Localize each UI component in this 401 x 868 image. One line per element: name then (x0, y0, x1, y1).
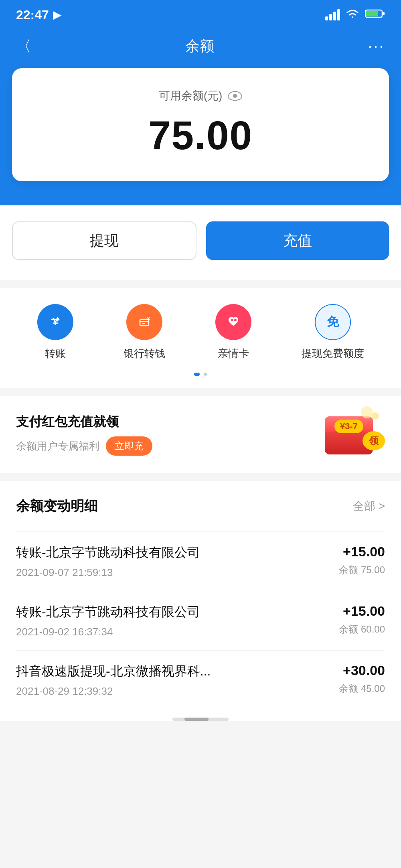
status-icons (325, 8, 385, 22)
transaction-item: 抖音极速版提现-北京微播视界科... 2021-08-29 12:39:32 +… (16, 650, 385, 710)
balance-card: 可用余额(元) 75.00 (12, 68, 389, 181)
transaction-amount: +15.00 (339, 544, 385, 560)
transaction-section: 余额变动明细 全部 > 转账-北京字节跳动科技有限公司 2021-09-07 2… (0, 481, 401, 721)
svg-rect-1 (383, 12, 385, 15)
battery-icon (365, 8, 385, 22)
location-icon: ▶ (53, 9, 61, 21)
free-quota-label: 提现免费额度 (302, 347, 364, 361)
balance-label-text: 可用余额(元) (159, 88, 223, 103)
transaction-amounts: +15.00 余额 75.00 (339, 544, 385, 576)
recharge-button[interactable]: 充值 (206, 221, 389, 260)
banner-image: ¥3-7 领 (325, 410, 385, 458)
envelope-amount-label: ¥3-7 (334, 420, 363, 433)
transaction-info: 转账-北京字节跳动科技有限公司 2021-09-02 16:37:34 (16, 603, 339, 638)
view-all-button[interactable]: 全部 > (353, 499, 385, 514)
balance-label: 可用余额(元) (28, 88, 373, 103)
eye-icon[interactable] (228, 91, 242, 101)
dot-1 (194, 373, 200, 376)
transaction-info: 转账-北京字节跳动科技有限公司 2021-09-07 21:59:13 (16, 544, 339, 579)
svg-rect-2 (366, 11, 378, 16)
balance-section: 可用余额(元) 75.00 (0, 68, 401, 205)
transaction-balance: 余额 75.00 (339, 564, 385, 576)
banner-content: 支付红包充值就领 余额用户专属福利 立即充 (16, 413, 317, 456)
quick-action-family-card[interactable]: 亲情卡 (215, 304, 251, 361)
banner-subtitle-text: 余额用户专属福利 (16, 439, 99, 453)
banner-title: 支付红包充值就领 (16, 413, 317, 431)
transaction-name: 转账-北京字节跳动科技有限公司 (16, 603, 339, 621)
time-display: 22:47 (16, 8, 49, 22)
transaction-amounts: +15.00 余额 60.00 (339, 603, 385, 636)
transaction-balance: 余额 45.00 (339, 682, 385, 695)
charge-now-button[interactable]: 立即充 (106, 436, 152, 456)
svg-point-9 (234, 319, 237, 321)
svg-point-5 (136, 313, 153, 331)
signal-icon (325, 9, 340, 20)
transfer-label: 转账 (45, 347, 66, 361)
svg-text:免: 免 (326, 315, 339, 328)
balance-amount: 75.00 (28, 113, 373, 157)
red-packet-banner[interactable]: 支付红包充值就领 余额用户专属福利 立即充 ¥3-7 领 (0, 396, 401, 473)
transaction-balance: 余额 60.00 (339, 623, 385, 636)
transaction-time: 2021-08-29 12:39:32 (16, 685, 339, 698)
back-button[interactable]: 〈 (16, 36, 31, 57)
bank-transfer-label: 银行转钱 (124, 347, 165, 361)
scroll-thumb (184, 718, 209, 721)
scroll-indicator (172, 718, 229, 721)
quick-action-free-quota[interactable]: 免 提现免费额度 (302, 304, 364, 361)
more-button[interactable]: ··· (368, 38, 385, 55)
quick-action-transfer[interactable]: ¥ 转账 (37, 304, 73, 361)
transfer-icon: ¥ (37, 304, 73, 340)
transaction-name: 抖音极速版提现-北京微播视界科... (16, 663, 339, 680)
bank-transfer-icon (126, 304, 162, 340)
nav-bar: 〈 余额 ··· (0, 28, 401, 68)
withdraw-button[interactable]: 提现 (12, 221, 196, 260)
transaction-item: 转账-北京字节跳动科技有限公司 2021-09-07 21:59:13 +15.… (16, 531, 385, 591)
svg-point-8 (231, 319, 233, 321)
banner-subtitle: 余额用户专属福利 立即充 (16, 436, 317, 456)
transaction-title: 余额变动明细 (16, 497, 98, 515)
quick-actions-grid: ¥ 转账 银行转钱 (12, 304, 389, 361)
transaction-amounts: +30.00 余额 45.00 (339, 663, 385, 695)
page-title: 余额 (185, 37, 214, 56)
dot-2 (204, 373, 207, 376)
transaction-amount: +30.00 (339, 663, 385, 678)
family-card-icon (215, 304, 251, 340)
status-bar: 22:47 ▶ (0, 0, 401, 28)
transaction-header: 余额变动明细 全部 > (16, 497, 385, 515)
transaction-info: 抖音极速版提现-北京微播视界科... 2021-08-29 12:39:32 (16, 663, 339, 698)
page-indicator (12, 373, 389, 376)
action-section: 提现 充值 (0, 205, 401, 280)
transaction-time: 2021-09-07 21:59:13 (16, 566, 339, 579)
family-card-label: 亲情卡 (218, 347, 249, 361)
quick-actions: ¥ 转账 银行转钱 (0, 288, 401, 388)
transaction-item: 转账-北京字节跳动科技有限公司 2021-09-02 16:37:34 +15.… (16, 591, 385, 650)
status-time: 22:47 ▶ (16, 8, 61, 22)
free-quota-icon: 免 (315, 304, 351, 340)
transaction-amount: +15.00 (339, 603, 385, 619)
envelope-claim-label: 领 (363, 431, 385, 450)
transaction-time: 2021-09-02 16:37:34 (16, 626, 339, 638)
quick-action-bank-transfer[interactable]: 银行转钱 (124, 304, 165, 361)
transaction-name: 转账-北京字节跳动科技有限公司 (16, 544, 339, 562)
wifi-icon (346, 8, 359, 22)
